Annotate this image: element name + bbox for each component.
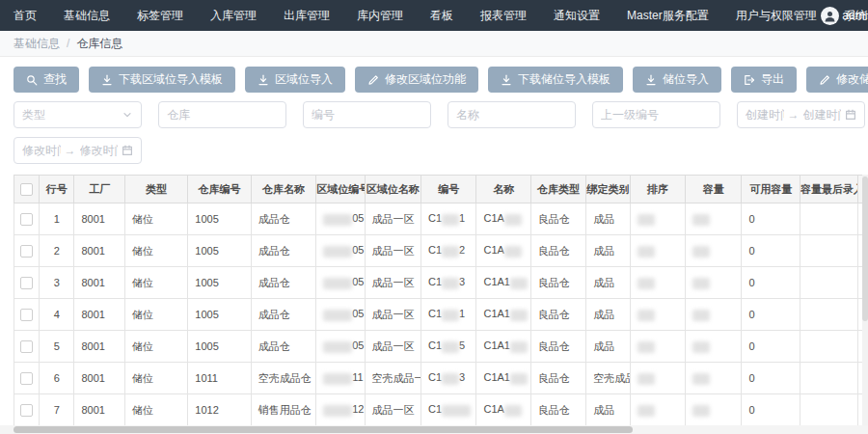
cell: 2 [40,235,74,267]
nav-item-4[interactable]: 出库管理 [284,8,330,24]
cell: 良品仓 [530,235,585,267]
col-header-7: 编号 [421,176,476,203]
vertical-scrollbar[interactable] [862,175,868,425]
toolbar-button-0[interactable]: 查找 [14,67,79,93]
filter-input-0[interactable] [167,108,278,122]
user-menu[interactable]: admin [821,0,868,31]
row-select-cell [14,331,40,363]
select-all-checkbox[interactable] [20,183,33,196]
toolbar-button-1[interactable]: 下载区域位导入模板 [89,67,235,93]
toolbar-button-4[interactable]: 下载储位导入模板 [488,67,623,93]
nav-item-7[interactable]: 报表管理 [480,8,527,24]
toolbar-button-2[interactable]: 区域位导入 [245,67,345,93]
cell: 0 [742,203,800,235]
cell: C1A [476,394,530,426]
col-header-4: 仓库名称 [251,176,315,203]
nav-item-9[interactable]: Master服务配置 [627,8,709,24]
date-end-placeholder: 修改时间... [80,143,119,159]
cell: 成品一区 [365,267,420,299]
row-checkbox-2[interactable] [20,277,33,289]
edit-icon [819,74,830,86]
redacted-value [510,373,528,385]
cell: 储位 [124,394,187,426]
cell: 成品 [586,203,630,235]
nav-item-0[interactable]: 首页 [14,8,37,24]
nav-item-8[interactable]: 通知设置 [554,8,600,24]
cell [630,363,685,394]
redacted-value [692,405,710,417]
redacted-value [323,214,352,226]
toolbar-button-3[interactable]: 修改区域位功能 [355,67,478,93]
horizontal-scrollbar[interactable] [0,425,868,434]
redacted-value [692,278,710,289]
redacted-value [504,246,522,258]
nav-item-6[interactable]: 看板 [430,8,453,24]
col-header-13: 可用容量 [742,176,800,203]
cell: 0 [742,267,800,299]
cell: 05 [316,331,365,363]
cell: C13 [421,363,476,394]
table-row: 78001储位1012销售用品仓12成品一区C1C1A良品仓成品0 [14,394,868,426]
calendar-icon [845,109,856,121]
toolbar-button-label: 区域位导入 [275,71,333,88]
cell: 05 [316,299,365,331]
toolbar-button-5[interactable]: 储位导入 [633,67,721,93]
cell: 成品仓 [251,267,315,299]
row-checkbox-6[interactable] [20,404,33,417]
row-checkbox-4[interactable] [20,340,33,353]
filter-input-3[interactable] [601,108,712,122]
cell: 3 [40,267,74,299]
breadcrumb-parent[interactable]: 基础信息 [14,36,60,52]
filter-input-1[interactable] [312,108,422,122]
redacted-value [323,310,352,321]
toolbar-button-7[interactable]: 修改储位功能 [806,67,868,93]
nav-item-10[interactable]: 用户与权限管理 [736,8,817,24]
date-range-0[interactable]: 创建时间...→创建时间... [737,101,865,128]
nav-item-2[interactable]: 标签管理 [137,8,183,24]
row-checkbox-3[interactable] [20,309,33,321]
cell [686,203,742,235]
cell: C1A [476,203,530,235]
nav-item-3[interactable]: 入库管理 [210,8,257,24]
date-range-1[interactable]: 修改时间...→修改时间... [14,137,142,164]
row-checkbox-1[interactable] [20,245,33,258]
table-row: 18001储位1005成品仓05成品一区C11C1A良品仓成品0 [14,203,868,235]
cell: 空壳成品仓 [251,363,315,394]
cell: 良品仓 [530,331,585,363]
filter-input-2[interactable] [456,108,567,122]
cell: 8001 [74,363,124,394]
row-select-cell [14,267,40,299]
search-icon [26,74,38,86]
toolbar-button-label: 修改区域位功能 [385,71,466,88]
cell: 良品仓 [530,203,585,235]
cell [686,267,742,299]
warehouse-table: 行号工厂类型仓库编号仓库名称区域位编号区域位名称编号名称仓库类型绑定类别排序容量… [14,175,868,426]
chevron-down-icon [122,109,133,121]
top-nav: 首页基础信息标签管理入库管理出库管理库内管理看板报表管理通知设置Master服务… [0,0,868,31]
nav-item-1[interactable]: 基础信息 [64,8,110,24]
cell: C13 [421,267,476,299]
cell: 储位 [124,267,187,299]
col-header-10: 绑定类别 [586,176,630,203]
cell [630,203,685,235]
horizontal-scrollbar-thumb[interactable] [14,426,633,433]
cell [630,299,685,331]
filter-row-1: 类型创建时间...→创建时间... [14,101,868,128]
cell: 12 [316,394,365,426]
redacted-value [442,278,459,289]
row-checkbox-5[interactable] [20,372,33,385]
nav-item-5[interactable]: 库内管理 [357,8,403,24]
redacted-value [637,246,655,258]
toolbar-button-6[interactable]: 导出 [731,67,797,93]
toolbar-button-label: 查找 [43,71,67,88]
type-select[interactable]: 类型 [14,101,142,128]
cell [800,267,857,299]
cell: 成品 [586,299,630,331]
vertical-scrollbar-thumb[interactable] [862,176,868,321]
toolbar-button-label: 下载储位导入模板 [518,71,610,88]
col-header-3: 仓库编号 [188,176,251,203]
row-checkbox-0[interactable] [20,213,33,226]
cell [630,394,685,426]
cell: C1A [476,235,530,267]
cell [686,299,742,331]
